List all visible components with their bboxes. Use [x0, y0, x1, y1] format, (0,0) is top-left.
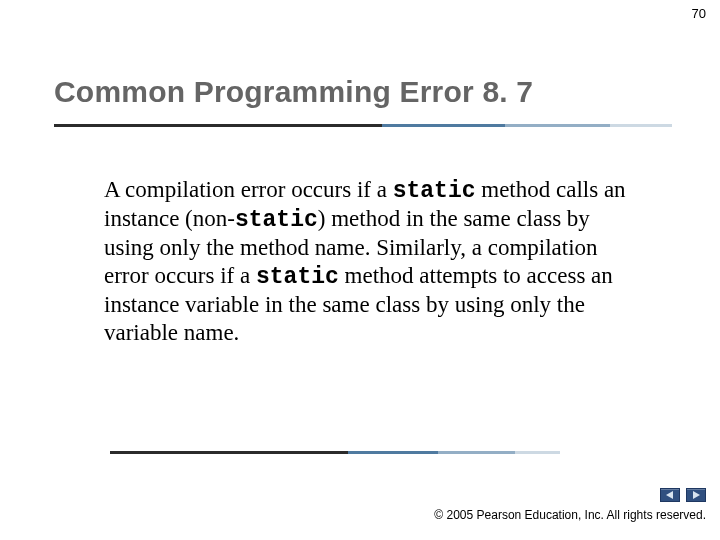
title-divider	[54, 124, 672, 127]
body-paragraph: A compilation error occurs if a static m…	[104, 176, 640, 347]
footer-divider	[110, 451, 560, 454]
keyword-static-2: static	[235, 207, 318, 233]
page-number: 70	[692, 6, 706, 21]
copyright-text: © 2005 Pearson Education, Inc. All right…	[434, 508, 706, 522]
nav-controls	[660, 488, 706, 502]
body-text-1: A compilation error occurs if a	[104, 177, 393, 202]
prev-button[interactable]	[660, 488, 680, 502]
next-button[interactable]	[686, 488, 706, 502]
keyword-static-1: static	[393, 178, 476, 204]
svg-marker-0	[666, 491, 673, 499]
slide-title: Common Programming Error 8. 7	[54, 75, 672, 125]
triangle-right-icon	[691, 490, 701, 500]
triangle-left-icon	[665, 490, 675, 500]
svg-marker-1	[693, 491, 700, 499]
keyword-static-3: static	[256, 264, 339, 290]
slide: 70 Common Programming Error 8. 7 A compi…	[0, 0, 720, 540]
